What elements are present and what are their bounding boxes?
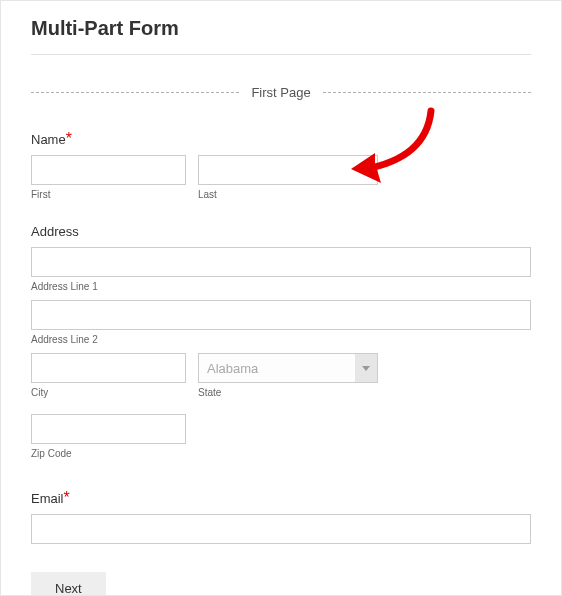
zip-input[interactable] [31,414,186,444]
next-button[interactable]: Next [31,572,106,596]
last-name-sublabel: Last [198,189,378,200]
address-field-group: Address Address Line 1 Address Line 2 Ci… [31,222,531,467]
zip-sublabel: Zip Code [31,448,186,459]
name-required-marker: * [66,130,72,147]
state-sublabel: State [198,387,378,398]
state-selected-value: Alabama [207,361,258,376]
last-name-input[interactable] [198,155,378,185]
email-field-group: Email* [31,489,531,544]
city-input[interactable] [31,353,186,383]
page-break-divider: First Page [31,85,531,100]
page-break-label: First Page [239,85,322,100]
state-select[interactable]: Alabama [198,353,378,383]
address-line1-input[interactable] [31,247,531,277]
email-input[interactable] [31,514,531,544]
address-line2-input[interactable] [31,300,531,330]
address-line2-sublabel: Address Line 2 [31,334,531,345]
form-title: Multi-Part Form [31,17,531,40]
address-label: Address [31,224,79,239]
email-label: Email [31,491,64,506]
first-name-sublabel: First [31,189,186,200]
name-label: Name [31,132,66,147]
first-name-input[interactable] [31,155,186,185]
address-line1-sublabel: Address Line 1 [31,281,531,292]
city-sublabel: City [31,387,186,398]
chevron-down-icon [355,354,377,382]
title-divider [31,54,531,55]
email-required-marker: * [64,489,70,506]
name-field-group: Name* First Last [31,130,531,200]
